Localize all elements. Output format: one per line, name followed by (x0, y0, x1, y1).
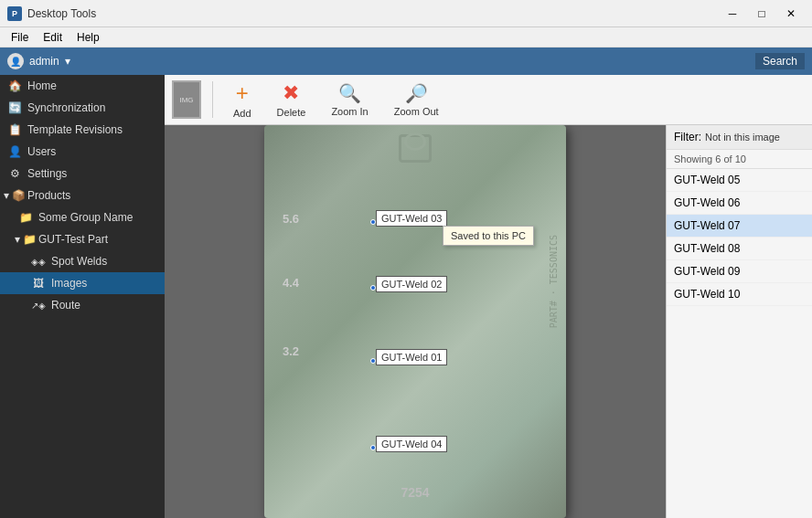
template-revisions-icon: 📋 (7, 122, 22, 137)
window-controls: ─ □ ✕ (719, 5, 805, 23)
sidebar-item-template-revisions[interactable]: 📋 Template Revisions (0, 119, 165, 141)
sidebar-item-images-label: Images (51, 277, 157, 290)
sidebar-header: 👤 admin ▾ (0, 48, 165, 75)
add-icon: + (236, 80, 249, 106)
weld-label-01[interactable]: GUT-Weld 01 (376, 349, 447, 365)
weld-label-03[interactable]: GUT-Weld 03 (376, 210, 447, 227)
app-body: 👤 admin ▾ 🏠 Home 🔄 Synchronization 📋 Tem… (0, 48, 812, 518)
delete-icon: ✖ (283, 81, 299, 105)
part-number: 7254 (401, 485, 429, 500)
maximize-button[interactable]: □ (748, 5, 775, 23)
ring-decoration (404, 132, 426, 151)
sidebar-item-settings[interactable]: ⚙ Settings (0, 163, 165, 185)
menu-edit[interactable]: Edit (36, 29, 69, 46)
zoom-out-label: Zoom Out (394, 106, 439, 117)
user-avatar: 👤 (7, 53, 24, 69)
part-text: PART# · TESSONICS (549, 235, 559, 328)
menu-help[interactable]: Help (69, 29, 107, 46)
app-icon: P (7, 6, 22, 21)
settings-icon: ⚙ (7, 166, 22, 181)
filter-item-weld-05[interactable]: GUT-Weld 05 (667, 169, 812, 192)
sidebar-item-spot-welds-label: Spot Welds (51, 255, 157, 268)
number-label-2: 4.4 (283, 276, 299, 290)
sidebar-item-images[interactable]: 🖼 Images (0, 272, 165, 294)
sidebar: 👤 admin ▾ 🏠 Home 🔄 Synchronization 📋 Tem… (0, 48, 165, 518)
images-icon: 🖼 (31, 276, 46, 291)
sidebar-item-some-group[interactable]: 📁 Some Group Name (0, 206, 165, 228)
sidebar-item-users[interactable]: 👤 Users (0, 141, 165, 163)
filter-item-weld-07[interactable]: GUT-Weld 07 (667, 215, 812, 238)
sidebar-item-gut-test-part-label: GUT-Test Part (38, 233, 157, 246)
home-icon: 🏠 (7, 79, 22, 93)
sidebar-item-route-label: Route (51, 299, 157, 312)
sync-icon: 🔄 (7, 100, 22, 115)
filter-item-weld-06[interactable]: GUT-Weld 06 (667, 192, 812, 215)
number-label-1: 5.6 (283, 212, 299, 226)
filter-label-text: Filter: (674, 131, 701, 143)
sidebar-item-spot-welds[interactable]: ◈◈ Spot Welds (0, 250, 165, 272)
user-dropdown-icon[interactable]: ▾ (65, 55, 70, 68)
sidebar-item-some-group-label: Some Group Name (38, 211, 157, 224)
zoom-out-icon: 🔎 (405, 82, 428, 104)
weld-label-02[interactable]: GUT-Weld 02 (376, 276, 447, 292)
zoom-in-icon: 🔍 (338, 82, 361, 104)
route-icon: ↗◈ (31, 298, 46, 312)
add-button[interactable]: + Add (224, 77, 261, 122)
filter-panel: Filter: Not in this image Showing 6 of 1… (666, 125, 812, 518)
sidebar-item-home[interactable]: 🏠 Home (0, 75, 165, 97)
zoom-in-label: Zoom In (331, 106, 368, 117)
number-label-3: 3.2 (283, 344, 299, 358)
menu-bar: File Edit Help (0, 27, 812, 48)
sidebar-item-settings-label: Settings (27, 167, 157, 180)
zoom-in-button[interactable]: 🔍 Zoom In (322, 79, 377, 121)
filter-item-weld-08[interactable]: GUT-Weld 08 (667, 238, 812, 260)
spot-welds-icon: ◈◈ (31, 254, 46, 269)
top-bar: Search (165, 48, 812, 75)
sidebar-item-route[interactable]: ↗◈ Route (0, 294, 165, 316)
main-area: 5.6 4.4 3.2 GUT-Weld 03 GUT-Weld 02 (165, 125, 812, 518)
user-name: admin (29, 55, 59, 68)
thumbnail-icon: IMG (179, 96, 193, 104)
sidebar-item-users-label: Users (27, 145, 157, 158)
some-group-icon: 📁 (18, 210, 33, 225)
thumbnail-item[interactable]: IMG (172, 80, 201, 119)
sidebar-item-home-label: Home (27, 79, 157, 92)
toolbar-separator (212, 81, 213, 118)
add-label: Add (233, 108, 251, 119)
content-area: Search IMG + Add ✖ Delete 🔍 Zoom In � (165, 48, 812, 518)
sidebar-item-products-label: Products (27, 189, 157, 202)
minimize-button[interactable]: ─ (719, 5, 746, 23)
users-icon: 👤 (7, 144, 22, 159)
sidebar-item-template-revisions-label: Template Revisions (27, 123, 157, 136)
sidebar-item-sync[interactable]: 🔄 Synchronization (0, 97, 165, 119)
image-canvas: 5.6 4.4 3.2 GUT-Weld 03 GUT-Weld 02 (165, 125, 666, 518)
delete-button[interactable]: ✖ Delete (268, 78, 315, 122)
sidebar-item-sync-label: Synchronization (27, 101, 157, 114)
weld-label-04[interactable]: GUT-Weld 04 (376, 436, 447, 452)
filter-count: Showing 6 of 10 (667, 150, 812, 169)
gut-test-part-icon: ▾ 📁 (18, 232, 33, 247)
delete-label: Delete (277, 107, 306, 118)
menu-file[interactable]: File (4, 29, 36, 46)
app-title: Desktop Tools (27, 7, 719, 20)
filter-value: Not in this image (705, 132, 780, 143)
close-button[interactable]: ✕ (777, 5, 805, 23)
filter-header: Filter: Not in this image (667, 125, 812, 150)
zoom-out-button[interactable]: 🔎 Zoom Out (385, 79, 448, 121)
sidebar-item-products[interactable]: ▾ 📦 Products (0, 185, 165, 206)
filter-item-weld-10[interactable]: GUT-Weld 10 (667, 283, 812, 306)
products-icon: ▾ 📦 (7, 188, 22, 203)
toolbar: IMG + Add ✖ Delete 🔍 Zoom In 🔎 Zoom Out (165, 75, 812, 125)
search-button[interactable]: Search (755, 53, 805, 69)
sidebar-item-gut-test-part[interactable]: ▾ 📁 GUT-Test Part (0, 228, 165, 250)
filter-item-weld-09[interactable]: GUT-Weld 09 (667, 260, 812, 283)
tooltip: Saved to this PC (443, 226, 534, 246)
main-image: 5.6 4.4 3.2 GUT-Weld 03 GUT-Weld 02 (264, 125, 566, 518)
title-bar: P Desktop Tools ─ □ ✕ (0, 0, 812, 27)
